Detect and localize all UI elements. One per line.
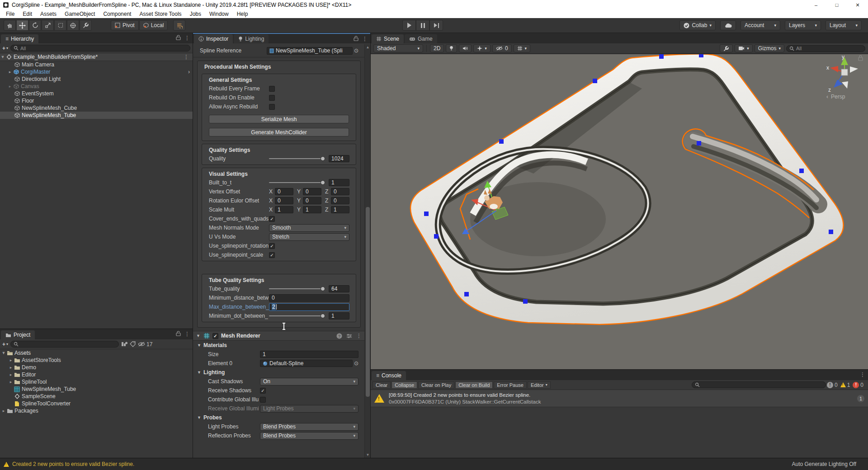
generate-meshcollider-button[interactable]: Generate MeshCollider — [209, 128, 349, 136]
spline-control-point[interactable] — [464, 292, 469, 296]
panel-menu-icon[interactable]: ⋮ — [184, 35, 190, 41]
contribute-gi-checkbox[interactable] — [260, 397, 266, 403]
project-item-assetstoretools[interactable]: ▸AssetStoreTools — [0, 357, 193, 364]
console-search-input[interactable] — [692, 381, 826, 388]
serialize-mesh-button[interactable]: Serialize Mesh — [209, 115, 349, 123]
minimum-dot-slider[interactable]: 1 — [269, 312, 349, 320]
rotate-tool-button[interactable] — [29, 20, 41, 31]
2d-toggle-button[interactable]: 2D — [430, 44, 444, 52]
scene-audio-toggle[interactable] — [459, 44, 472, 52]
hierarchy-item-newsplinemesh-tube[interactable]: NewSplineMesh_Tube — [0, 112, 193, 119]
clear-button[interactable]: Clear — [373, 381, 391, 389]
maximize-button[interactable]: □ — [826, 0, 847, 10]
info-count-toggle[interactable]: !0 — [827, 382, 838, 388]
menu-window[interactable]: Window — [205, 11, 233, 17]
element0-object-field[interactable]: Default-Spline — [260, 360, 353, 367]
clear-on-build-button[interactable]: Clear on Build — [455, 381, 493, 389]
mesh-renderer-header[interactable]: ▼ ✓ Mesh Renderer ? ⋮ — [193, 331, 365, 341]
light-probes-dropdown[interactable]: Blend Probes▾ — [260, 423, 359, 431]
tab-hierarchy[interactable]: ≡ Hierarchy — [1, 34, 38, 43]
pause-button[interactable] — [416, 20, 429, 31]
play-button[interactable] — [402, 20, 416, 31]
transform-tool-button[interactable] — [67, 20, 79, 31]
move-tool-button[interactable] — [16, 20, 28, 31]
local-toggle-button[interactable]: Local — [139, 20, 168, 30]
create-asset-button[interactable]: +▾ — [2, 341, 8, 348]
console-log-entry[interactable]: [08:59:50] Created 2 new points to ensur… — [371, 390, 868, 407]
project-search-input[interactable] — [10, 341, 119, 348]
scene-row[interactable]: ▼ Example_MeshBuilderFromSpline* ⋮ — [0, 53, 193, 61]
vertex-offset-y-field[interactable]: 0 — [303, 188, 321, 195]
reflection-probes-dropdown[interactable]: Blend Probes▾ — [260, 432, 359, 440]
hierarchy-item-directional-light[interactable]: Directional Light — [0, 75, 193, 83]
tab-lighting[interactable]: Lighting — [234, 34, 269, 43]
allow-async-rebuild-checkbox[interactable] — [269, 104, 275, 110]
scale-tool-button[interactable] — [42, 20, 54, 31]
materials-size-field[interactable]: 1 — [260, 351, 359, 358]
vertex-offset-x-field[interactable]: 0 — [275, 188, 293, 195]
menu-help[interactable]: Help — [233, 11, 252, 17]
menu-asset-store-tools[interactable]: Asset Store Tools — [135, 11, 185, 17]
max-distance-field[interactable]: 2 — [269, 303, 349, 311]
layout-dropdown[interactable]: Layout▾ — [826, 20, 862, 30]
account-dropdown[interactable]: Account▾ — [741, 20, 780, 30]
use-splinepoint-scale-checkbox[interactable]: ✓ — [269, 252, 275, 258]
mesh-normals-mode-dropdown[interactable]: Smooth▾ — [269, 224, 349, 232]
hierarchy-item-main-camera[interactable]: Main Camera — [0, 61, 193, 68]
menu-file[interactable]: File — [2, 11, 19, 17]
rebuild-on-enable-checkbox[interactable] — [269, 95, 275, 101]
inspector-scrollbar[interactable]: ▲ ▼ — [364, 44, 370, 458]
scene-tools-button[interactable] — [720, 44, 733, 52]
collapse-button[interactable]: Collapse — [392, 381, 417, 389]
project-item-packages[interactable]: ▸Packages — [0, 407, 193, 414]
scene-menu-icon[interactable]: ⋮ — [184, 54, 189, 60]
scene-visibility-toggle[interactable]: 0 — [492, 44, 512, 52]
spline-control-point[interactable] — [799, 169, 804, 173]
lighting-foldout[interactable]: ▼Lighting — [193, 368, 365, 377]
scene-viewport[interactable]: y x z ‹ Persp — [371, 54, 868, 369]
scene-lighting-toggle[interactable] — [446, 44, 457, 52]
rotation-offset-z-field[interactable]: 0 — [331, 197, 349, 204]
close-button[interactable]: ✕ — [847, 0, 868, 10]
project-item-newsplinemesh-tube[interactable]: NewSplineMesh_Tube — [0, 385, 193, 393]
menu-jobs[interactable]: Jobs — [186, 11, 205, 17]
auto-generate-lighting-label[interactable]: Auto Generate Lighting Off — [792, 461, 856, 467]
prefab-open-chevron[interactable]: › — [188, 69, 190, 75]
minimize-button[interactable]: – — [806, 0, 826, 10]
scene-search-input[interactable]: All — [786, 45, 865, 52]
rotation-offset-x-field[interactable]: 0 — [275, 197, 293, 204]
hierarchy-item-floor[interactable]: Floor — [0, 97, 193, 104]
cover-ends-with-quads-checkbox[interactable]: ✓ — [269, 216, 275, 222]
spline-reference-object-field[interactable]: NewSplineMesh_Tube (Spli — [267, 47, 353, 55]
error-count-toggle[interactable]: !0 — [853, 382, 863, 388]
panel-menu-icon[interactable]: ⋮ — [362, 36, 368, 42]
receive-shadows-checkbox[interactable]: ✓ — [260, 388, 266, 394]
built-to-t-slider[interactable]: 1 — [269, 179, 349, 186]
create-object-button[interactable]: +▾ — [2, 45, 8, 52]
menu-edit[interactable]: Edit — [19, 11, 36, 17]
hidden-packages-toggle[interactable]: 17 — [138, 341, 152, 348]
lock-icon[interactable] — [176, 331, 181, 336]
shading-mode-dropdown[interactable]: Shaded▾ — [373, 44, 423, 52]
project-item-editor[interactable]: ▸Editor — [0, 371, 193, 378]
tab-console[interactable]: ≡ Console — [372, 371, 406, 380]
search-by-type-icon[interactable] — [121, 341, 127, 347]
tab-inspector[interactable]: Inspector — [194, 34, 233, 43]
hierarchy-search-input[interactable]: All — [10, 45, 190, 52]
search-by-label-icon[interactable] — [130, 341, 136, 347]
scene-camera-dropdown[interactable]: ▾ — [735, 44, 753, 52]
scene-effects-dropdown[interactable]: ▾ — [473, 44, 491, 52]
probes-foldout[interactable]: ▼Probes — [193, 413, 365, 422]
clear-on-play-button[interactable]: Clear on Play — [418, 381, 454, 389]
pivot-toggle-button[interactable]: Pivot — [111, 20, 139, 30]
object-picker-icon[interactable]: ⊙ — [354, 360, 359, 367]
hand-tool-button[interactable] — [4, 20, 16, 31]
lock-icon[interactable] — [176, 35, 181, 40]
editor-dropdown[interactable]: Editor▾ — [528, 381, 551, 389]
project-item-demo[interactable]: ▸Demo — [0, 364, 193, 371]
collab-button[interactable]: Collab▾ — [679, 20, 716, 30]
error-pause-button[interactable]: Error Pause — [494, 381, 527, 389]
tube-quality-slider[interactable]: 64 — [269, 285, 349, 292]
scene-grid-dropdown[interactable]: ▾ — [514, 44, 531, 52]
spline-control-point[interactable] — [523, 299, 528, 304]
